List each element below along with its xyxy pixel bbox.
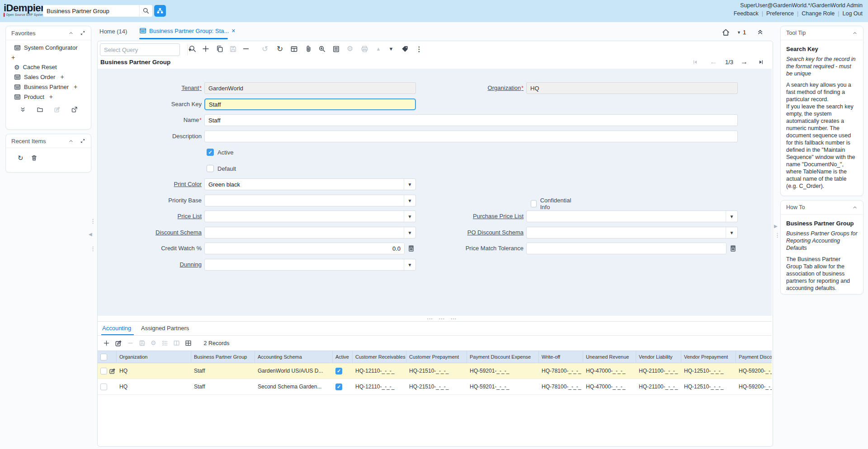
zoom-across-icon[interactable] xyxy=(317,44,326,53)
close-tab-icon[interactable]: × xyxy=(231,27,235,34)
attachment-icon[interactable] xyxy=(304,44,313,53)
col-customer-prepayment[interactable]: Customer Prepayment xyxy=(406,351,467,363)
collapse-all-icon[interactable] xyxy=(19,106,26,113)
expand-node-icon[interactable]: + xyxy=(49,93,53,100)
undo-icon[interactable]: ↺ xyxy=(260,44,269,53)
col-vendor-prepayment[interactable]: Vendor Prepayment xyxy=(681,351,736,363)
favorite-item-business-partner[interactable]: Business Partner + xyxy=(6,82,91,92)
right-splitter-handle[interactable]: ⋮ xyxy=(774,232,780,239)
parent-record-icon[interactable]: ▲ xyxy=(374,44,383,53)
menu-tree-button[interactable] xyxy=(154,5,166,17)
credit-watch-field[interactable] xyxy=(204,243,405,254)
window-count-dropdown[interactable]: ▼ 1 xyxy=(737,29,746,36)
grid-row[interactable]: HQ Staff GardenWorld US/A/US D... HQ-121… xyxy=(98,363,772,379)
search-key-field[interactable] xyxy=(204,98,416,110)
price-match-tolerance-field[interactable] xyxy=(526,243,726,254)
home-desktop-icon[interactable] xyxy=(722,28,730,37)
col-payment-discount-revenue[interactable]: Payment Discount Revenue xyxy=(736,351,772,363)
first-record-icon[interactable] xyxy=(691,57,700,66)
save-record-icon[interactable] xyxy=(228,44,237,53)
expand-node-icon[interactable]: + xyxy=(60,73,64,80)
expand-right-arrow[interactable]: ▶ xyxy=(774,224,778,229)
favorite-item-sales-order[interactable]: Sales Order + xyxy=(6,72,91,82)
caret-down-icon[interactable]: ▼ xyxy=(404,179,415,190)
description-field[interactable] xyxy=(204,131,738,142)
logout-link[interactable]: Log Out xyxy=(843,10,863,17)
grid-customize-icon[interactable]: ⚙ xyxy=(151,340,156,346)
favorite-item-system-configurator[interactable]: System Configurator xyxy=(6,43,91,52)
priority-base-dropdown[interactable]: ▼ xyxy=(204,195,416,206)
new-record-icon[interactable] xyxy=(201,44,210,53)
caret-down-icon[interactable]: ▼ xyxy=(404,227,415,238)
recent-collapse-icon[interactable] xyxy=(68,138,74,144)
row-new-icon[interactable] xyxy=(103,340,110,346)
grid-view-icon[interactable] xyxy=(185,340,192,346)
detail-record-icon[interactable]: ▼ xyxy=(387,44,396,53)
name-field[interactable] xyxy=(204,114,738,126)
preference-link[interactable]: Preference xyxy=(766,10,794,17)
price-list-dropdown[interactable]: ▼ xyxy=(204,210,416,222)
discount-schema-dropdown[interactable]: ▼ xyxy=(204,227,416,239)
folder-icon[interactable] xyxy=(37,106,43,113)
favorites-add-button[interactable]: + xyxy=(6,52,91,62)
tab-business-partner-group[interactable]: Business Partner Group: Sta... × xyxy=(139,27,236,34)
collapse-left-arrow[interactable]: ◀ xyxy=(89,232,92,237)
col-business-partner-group[interactable]: Business Partner Group xyxy=(191,351,255,363)
col-accounting-schema[interactable]: Accounting Schema xyxy=(255,351,333,363)
dunning-dropdown[interactable]: ▼ xyxy=(204,259,416,271)
edit-row-icon[interactable] xyxy=(109,368,116,374)
delete-record-icon[interactable] xyxy=(241,44,250,53)
favorites-collapse-icon[interactable] xyxy=(68,30,74,36)
col-write-off[interactable]: Write-off xyxy=(539,351,583,363)
col-unearned-revenue[interactable]: Unearned Revenue xyxy=(583,351,636,363)
select-all-checkbox[interactable] xyxy=(100,354,107,360)
row-edit-icon[interactable] xyxy=(115,340,122,347)
share-icon[interactable] xyxy=(71,106,78,113)
row-select-checkbox[interactable] xyxy=(100,384,107,390)
print-color-dropdown[interactable]: Green black ▼ xyxy=(204,178,416,190)
caret-down-icon[interactable]: ▼ xyxy=(726,211,737,222)
tab-home[interactable]: Home (14) xyxy=(99,28,127,35)
multi-select-icon[interactable] xyxy=(161,340,168,346)
process-gear-icon[interactable]: ⚙ xyxy=(345,44,354,53)
recent-expand-icon[interactable] xyxy=(80,138,85,144)
col-vendor-liability[interactable]: Vendor Liability xyxy=(636,351,681,363)
calculator-icon[interactable] xyxy=(408,245,415,252)
collapse-header-icon[interactable] xyxy=(756,28,764,36)
label-tag-icon[interactable] xyxy=(400,44,409,53)
purchase-price-list-dropdown[interactable]: ▼ xyxy=(526,210,738,222)
left-splitter-handle[interactable]: ⋮ xyxy=(90,218,96,224)
favorite-item-cache-reset[interactable]: ⚙ Cache Reset xyxy=(6,62,91,72)
tooltip-collapse-icon[interactable] xyxy=(852,30,858,36)
next-record-icon[interactable]: → xyxy=(740,57,749,66)
chat-log-icon[interactable] xyxy=(331,44,340,53)
row-select-checkbox[interactable] xyxy=(100,368,107,374)
col-organization[interactable]: Organization xyxy=(117,351,191,363)
tab-accounting[interactable]: Accounting xyxy=(102,325,131,332)
col-payment-discount-expense[interactable]: Payment Discount Expense xyxy=(467,351,539,363)
grid-toggle-icon[interactable] xyxy=(289,44,298,53)
copy-record-icon[interactable] xyxy=(215,44,224,53)
feedback-link[interactable]: Feedback xyxy=(734,10,759,17)
edit-pencil-icon[interactable] xyxy=(54,106,61,113)
global-search[interactable] xyxy=(43,5,152,17)
tab-assigned-partners[interactable]: Assigned Partners xyxy=(141,325,189,332)
last-record-icon[interactable] xyxy=(756,57,765,66)
refresh-recent-icon[interactable]: ↻ xyxy=(18,154,24,161)
favorites-expand-icon[interactable] xyxy=(80,30,85,36)
change-role-link[interactable]: Change Role xyxy=(802,10,835,17)
confidential-info-checkbox[interactable] xyxy=(531,200,537,207)
po-discount-schema-dropdown[interactable]: ▼ xyxy=(526,227,738,239)
split-view-icon[interactable] xyxy=(173,340,180,346)
global-search-input[interactable] xyxy=(43,8,139,14)
favorite-item-product[interactable]: Product + xyxy=(6,92,91,102)
grid-row[interactable]: HQ Staff Second Schema Garden... HQ-1211… xyxy=(98,379,772,395)
row-save-icon[interactable] xyxy=(139,340,146,346)
requery-icon[interactable]: ↻ xyxy=(275,44,284,53)
search-icon[interactable] xyxy=(139,5,152,17)
select-query-combobox[interactable]: ▼ xyxy=(100,43,180,56)
caret-down-icon[interactable]: ▼ xyxy=(404,211,415,222)
previous-record-icon[interactable]: ← xyxy=(709,57,718,66)
active-checkbox[interactable] xyxy=(207,149,214,156)
caret-down-icon[interactable]: ▼ xyxy=(404,259,415,270)
